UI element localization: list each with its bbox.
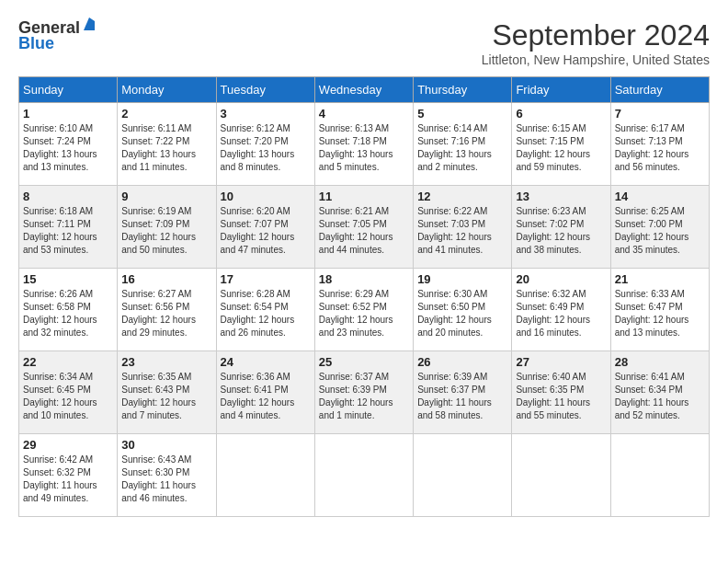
day-info: Sunrise: 6:28 AMSunset: 6:54 PMDaylight:… <box>221 288 311 339</box>
day-info: Sunrise: 6:26 AMSunset: 6:58 PMDaylight:… <box>23 288 113 339</box>
header-saturday: Saturday <box>610 77 709 103</box>
table-row: 1Sunrise: 6:10 AMSunset: 7:24 PMDaylight… <box>19 103 118 186</box>
day-number: 16 <box>121 272 211 286</box>
day-info: Sunrise: 6:19 AMSunset: 7:09 PMDaylight:… <box>121 205 211 257</box>
table-row: 27Sunrise: 6:40 AMSunset: 6:35 PMDayligh… <box>512 351 610 434</box>
logo-arrow-icon <box>82 17 97 36</box>
day-info: Sunrise: 6:41 AMSunset: 6:34 PMDaylight:… <box>615 371 705 422</box>
day-number: 9 <box>121 190 211 203</box>
day-number: 6 <box>516 107 606 121</box>
table-row: 8Sunrise: 6:18 AMSunset: 7:11 PMDaylight… <box>19 186 118 269</box>
calendar-week-row: 8Sunrise: 6:18 AMSunset: 7:11 PMDaylight… <box>19 186 710 269</box>
day-number: 12 <box>417 190 507 203</box>
table-row <box>216 434 314 517</box>
table-row <box>414 434 512 517</box>
logo-blue-text: Blue <box>18 34 54 53</box>
table-row: 29Sunrise: 6:42 AMSunset: 6:32 PMDayligh… <box>19 434 118 517</box>
table-row: 28Sunrise: 6:41 AMSunset: 6:34 PMDayligh… <box>610 351 709 434</box>
header-sunday: Sunday <box>19 77 118 103</box>
day-number: 8 <box>23 190 113 203</box>
calendar-header-row: Sunday Monday Tuesday Wednesday Thursday… <box>19 77 710 103</box>
table-row <box>610 434 709 517</box>
table-row: 19Sunrise: 6:30 AMSunset: 6:50 PMDayligh… <box>414 269 512 351</box>
day-info: Sunrise: 6:22 AMSunset: 7:03 PMDaylight:… <box>417 205 507 257</box>
calendar-week-row: 29Sunrise: 6:42 AMSunset: 6:32 PMDayligh… <box>19 434 710 517</box>
day-info: Sunrise: 6:33 AMSunset: 6:47 PMDaylight:… <box>615 288 705 339</box>
calendar-week-row: 1Sunrise: 6:10 AMSunset: 7:24 PMDaylight… <box>19 103 710 186</box>
day-number: 10 <box>221 190 311 203</box>
svg-marker-0 <box>84 17 95 30</box>
day-number: 24 <box>221 355 311 369</box>
table-row: 9Sunrise: 6:19 AMSunset: 7:09 PMDaylight… <box>118 186 216 269</box>
table-row: 14Sunrise: 6:25 AMSunset: 7:00 PMDayligh… <box>610 186 709 269</box>
page-header: General Blue September 2024 Littleton, N… <box>18 18 710 67</box>
day-number: 17 <box>221 272 311 286</box>
day-number: 22 <box>23 355 113 369</box>
table-row: 2Sunrise: 6:11 AMSunset: 7:22 PMDaylight… <box>118 103 216 186</box>
day-number: 26 <box>417 355 507 369</box>
day-number: 11 <box>319 190 409 203</box>
logo: General Blue <box>18 18 97 53</box>
day-number: 27 <box>516 355 606 369</box>
day-number: 28 <box>615 355 705 369</box>
table-row: 18Sunrise: 6:29 AMSunset: 6:52 PMDayligh… <box>314 269 413 351</box>
day-info: Sunrise: 6:27 AMSunset: 6:56 PMDaylight:… <box>121 288 211 339</box>
header-tuesday: Tuesday <box>216 77 314 103</box>
day-number: 4 <box>319 107 409 121</box>
day-number: 5 <box>417 107 507 121</box>
day-number: 2 <box>121 107 211 121</box>
day-info: Sunrise: 6:17 AMSunset: 7:13 PMDaylight:… <box>615 122 705 174</box>
day-info: Sunrise: 6:14 AMSunset: 7:16 PMDaylight:… <box>417 122 507 174</box>
table-row: 17Sunrise: 6:28 AMSunset: 6:54 PMDayligh… <box>216 269 314 351</box>
day-info: Sunrise: 6:39 AMSunset: 6:37 PMDaylight:… <box>417 371 507 422</box>
day-info: Sunrise: 6:29 AMSunset: 6:52 PMDaylight:… <box>319 288 409 339</box>
table-row: 15Sunrise: 6:26 AMSunset: 6:58 PMDayligh… <box>19 269 118 351</box>
day-number: 23 <box>121 355 211 369</box>
table-row: 4Sunrise: 6:13 AMSunset: 7:18 PMDaylight… <box>314 103 413 186</box>
table-row: 11Sunrise: 6:21 AMSunset: 7:05 PMDayligh… <box>314 186 413 269</box>
day-info: Sunrise: 6:36 AMSunset: 6:41 PMDaylight:… <box>221 371 311 422</box>
table-row: 6Sunrise: 6:15 AMSunset: 7:15 PMDaylight… <box>512 103 610 186</box>
day-info: Sunrise: 6:43 AMSunset: 6:30 PMDaylight:… <box>121 454 211 505</box>
day-info: Sunrise: 6:34 AMSunset: 6:45 PMDaylight:… <box>23 371 113 422</box>
day-number: 3 <box>221 107 311 121</box>
table-row: 5Sunrise: 6:14 AMSunset: 7:16 PMDaylight… <box>414 103 512 186</box>
day-number: 18 <box>319 272 409 286</box>
table-row: 20Sunrise: 6:32 AMSunset: 6:49 PMDayligh… <box>512 269 610 351</box>
header-thursday: Thursday <box>414 77 512 103</box>
day-info: Sunrise: 6:40 AMSunset: 6:35 PMDaylight:… <box>516 371 606 422</box>
table-row: 22Sunrise: 6:34 AMSunset: 6:45 PMDayligh… <box>19 351 118 434</box>
header-monday: Monday <box>118 77 216 103</box>
header-wednesday: Wednesday <box>314 77 413 103</box>
day-number: 19 <box>417 272 507 286</box>
day-number: 25 <box>319 355 409 369</box>
day-info: Sunrise: 6:18 AMSunset: 7:11 PMDaylight:… <box>23 205 113 257</box>
table-row: 21Sunrise: 6:33 AMSunset: 6:47 PMDayligh… <box>610 269 709 351</box>
day-number: 29 <box>23 438 113 452</box>
day-number: 14 <box>615 190 705 203</box>
table-row: 23Sunrise: 6:35 AMSunset: 6:43 PMDayligh… <box>118 351 216 434</box>
day-info: Sunrise: 6:20 AMSunset: 7:07 PMDaylight:… <box>221 205 311 257</box>
table-row: 3Sunrise: 6:12 AMSunset: 7:20 PMDaylight… <box>216 103 314 186</box>
day-number: 15 <box>23 272 113 286</box>
table-row: 25Sunrise: 6:37 AMSunset: 6:39 PMDayligh… <box>314 351 413 434</box>
day-info: Sunrise: 6:30 AMSunset: 6:50 PMDaylight:… <box>417 288 507 339</box>
day-number: 21 <box>615 272 705 286</box>
month-title: September 2024 <box>482 18 710 52</box>
day-number: 7 <box>615 107 705 121</box>
header-friday: Friday <box>512 77 610 103</box>
day-info: Sunrise: 6:23 AMSunset: 7:02 PMDaylight:… <box>516 205 606 257</box>
day-number: 13 <box>516 190 606 203</box>
table-row <box>314 434 413 517</box>
day-info: Sunrise: 6:13 AMSunset: 7:18 PMDaylight:… <box>319 122 409 174</box>
calendar-table: Sunday Monday Tuesday Wednesday Thursday… <box>18 76 710 517</box>
calendar-week-row: 15Sunrise: 6:26 AMSunset: 6:58 PMDayligh… <box>19 269 710 351</box>
day-info: Sunrise: 6:35 AMSunset: 6:43 PMDaylight:… <box>121 371 211 422</box>
table-row <box>512 434 610 517</box>
day-number: 20 <box>516 272 606 286</box>
day-number: 30 <box>121 438 211 452</box>
table-row: 7Sunrise: 6:17 AMSunset: 7:13 PMDaylight… <box>610 103 709 186</box>
calendar-week-row: 22Sunrise: 6:34 AMSunset: 6:45 PMDayligh… <box>19 351 710 434</box>
day-number: 1 <box>23 107 113 121</box>
day-info: Sunrise: 6:37 AMSunset: 6:39 PMDaylight:… <box>319 371 409 422</box>
